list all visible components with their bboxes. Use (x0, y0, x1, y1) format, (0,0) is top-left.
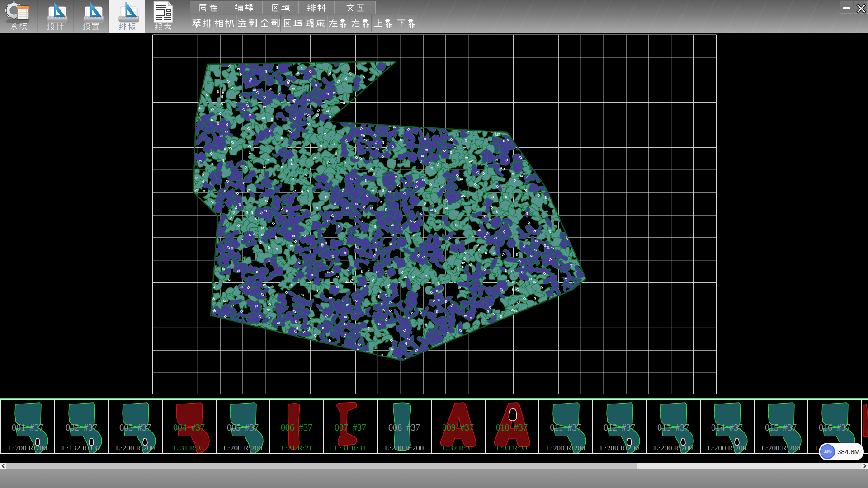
svg-text:007_#37: 007_#37 (335, 422, 366, 432)
svg-text:L:200 R:200: L:200 R:200 (116, 444, 155, 452)
svg-text:L:700 R:700: L:700 R:700 (8, 444, 47, 452)
svg-text:002_#37: 002_#37 (66, 422, 97, 432)
svg-text:004_#37: 004_#37 (173, 422, 205, 432)
svg-text:L:200 R:200: L:200 R:200 (385, 444, 424, 452)
svg-text:L:200 R:200: L:200 R:200 (761, 444, 800, 452)
svg-text:006_#37: 006_#37 (281, 422, 312, 432)
svg-text:L:31 R:31: L:31 R:31 (173, 444, 204, 452)
svg-text:016_#37: 016_#37 (819, 422, 850, 432)
svg-text:L:200 R:200: L:200 R:200 (223, 444, 262, 452)
svg-text:015_#37: 015_#37 (765, 422, 797, 432)
svg-text:L:132 R:132: L:132 R:132 (62, 444, 101, 452)
svg-text:L:200 R:200: L:200 R:200 (708, 444, 746, 452)
svg-text:L:200 R:200: L:200 R:200 (600, 444, 639, 452)
svg-text:005_#37: 005_#37 (227, 422, 259, 432)
svg-text:001_#37: 001_#37 (12, 422, 43, 432)
svg-text:010_#37: 010_#37 (496, 422, 528, 432)
svg-text:008_#37: 008_#37 (388, 422, 420, 432)
svg-text:013_#37: 013_#37 (657, 422, 689, 432)
svg-text:L:32 R:31: L:32 R:31 (442, 444, 473, 452)
svg-text:011_#37: 011_#37 (550, 422, 581, 432)
svg-text:L:200 R:200: L:200 R:200 (546, 444, 585, 452)
svg-text:003_#37: 003_#37 (119, 422, 151, 432)
svg-text:L:33 R:33: L:33 R:33 (496, 444, 527, 452)
svg-text:012_#37: 012_#37 (604, 422, 635, 432)
svg-text:014_#37: 014_#37 (711, 422, 743, 432)
svg-text:L:200 R:200: L:200 R:200 (654, 444, 693, 452)
svg-text:009_#37: 009_#37 (442, 422, 474, 432)
svg-text:L:31 R:31: L:31 R:31 (335, 444, 366, 452)
svg-text:L:21 R:21: L:21 R:21 (281, 444, 312, 452)
